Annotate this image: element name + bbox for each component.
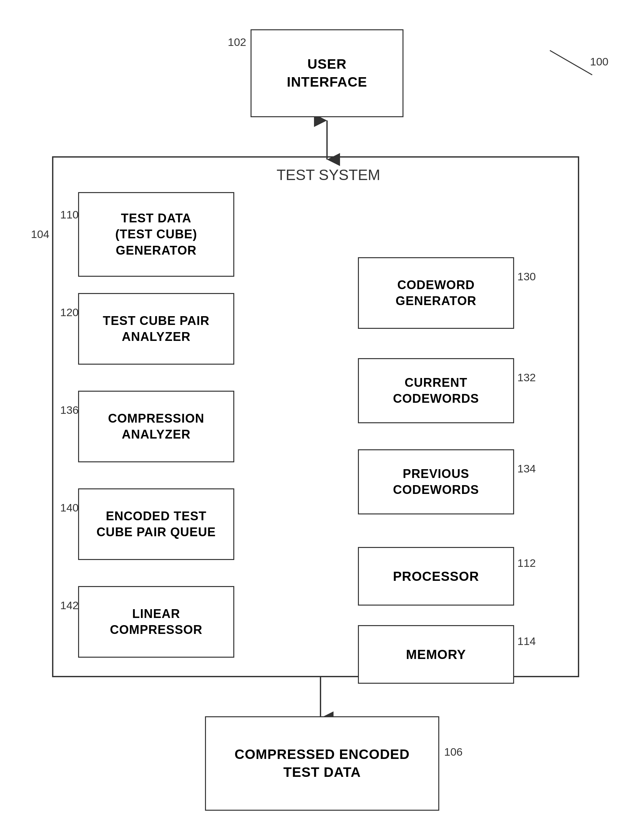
ref-130: 130 [517, 270, 536, 283]
ref-136: 136 [60, 404, 79, 417]
test-cube-pair-analyzer-box: TEST CUBE PAIRANALYZER [78, 293, 234, 365]
ref-110: 110 [60, 208, 79, 221]
user-interface-box: USERINTERFACE [251, 29, 403, 117]
ref-120: 120 [60, 306, 79, 319]
test-system-label: TEST SYSTEM [277, 166, 380, 184]
current-codewords-box: CURRENTCODEWORDS [358, 358, 514, 423]
ref-112: 112 [517, 557, 536, 569]
ref-104: 104 [31, 228, 50, 241]
ref-132: 132 [517, 371, 536, 384]
ref-142: 142 [60, 599, 79, 612]
memory-box: MEMORY [358, 625, 514, 684]
ref-106: 106 [444, 746, 463, 758]
ref-114: 114 [517, 635, 536, 648]
ref-134: 134 [517, 462, 536, 475]
diagram: 100 USERINTERFACE 102 TEST SYSTEM 104 TE… [0, 0, 641, 840]
ref-140: 140 [60, 501, 79, 514]
ref-102: 102 [228, 36, 246, 48]
linear-compressor-box: LINEARCOMPRESSOR [78, 586, 234, 657]
compressed-encoded-test-data-box: COMPRESSED ENCODEDTEST DATA [205, 716, 439, 811]
test-data-generator-box: TEST DATA(TEST CUBE)GENERATOR [78, 192, 234, 277]
compression-analyzer-box: COMPRESSIONANALYZER [78, 391, 234, 462]
previous-codewords-box: PREVIOUSCODEWORDS [358, 449, 514, 514]
encoded-test-cube-pair-queue-box: ENCODED TESTCUBE PAIR QUEUE [78, 488, 234, 560]
codeword-generator-box: CODEWORDGENERATOR [358, 257, 514, 329]
processor-box: PROCESSOR [358, 547, 514, 606]
svg-line-6 [550, 50, 592, 75]
ref-100: 100 [590, 55, 609, 68]
